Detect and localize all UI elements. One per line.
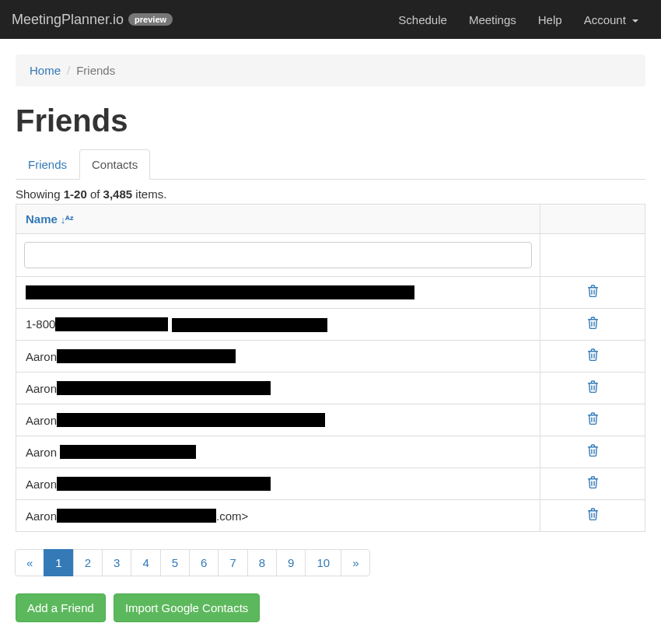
table-row: Aaron [16, 468, 645, 500]
page-title: Friends [16, 103, 645, 138]
delete-button[interactable] [587, 380, 599, 396]
pagination: «12345678910» [16, 549, 645, 576]
import-google-button[interactable]: Import Google Contacts [114, 593, 260, 622]
contact-name-cell: Aaron [16, 436, 540, 468]
nav-account[interactable]: Account [573, 2, 649, 38]
page-8[interactable]: 8 [247, 549, 277, 576]
trash-icon [587, 447, 599, 460]
page-prev[interactable]: « [15, 549, 44, 576]
page-7[interactable]: 7 [218, 549, 247, 576]
nav-meetings[interactable]: Meetings [458, 2, 527, 38]
breadcrumb-current: Friends [76, 64, 115, 77]
sort-asc-icon: ↓ᴬᶻ [61, 214, 75, 226]
name-filter-input[interactable] [24, 242, 532, 268]
contact-name-cell: 1-800 [16, 309, 540, 341]
page-1[interactable]: 1 [44, 549, 73, 576]
table-row: Aaron [16, 404, 645, 436]
tab-friends[interactable]: Friends [16, 149, 79, 180]
page-4[interactable]: 4 [131, 549, 160, 576]
actions-header [540, 205, 645, 234]
sort-name[interactable]: Name↓ᴬᶻ [26, 212, 74, 226]
contact-name-cell: Aaron.com> [16, 500, 540, 532]
navbar: MeetingPlanner.io preview Schedule Meeti… [0, 0, 661, 39]
tab-contacts[interactable]: Contacts [79, 149, 150, 180]
table-row: Aaron.com> [16, 500, 645, 532]
contact-name-cell [16, 277, 540, 309]
contact-name-cell: Aaron [16, 373, 540, 404]
table-row: Aaron [16, 373, 645, 404]
trash-icon [587, 511, 599, 523]
trash-icon [587, 352, 599, 364]
page-6[interactable]: 6 [189, 549, 219, 576]
table-row: Aaron [16, 341, 645, 373]
brand-link[interactable]: MeetingPlanner.io preview [12, 12, 173, 28]
grid-summary: Showing 1-20 of 3,485 items. [16, 187, 645, 201]
page-10[interactable]: 10 [305, 549, 341, 576]
tabs: Friends Contacts [16, 149, 645, 180]
trash-icon [587, 479, 599, 492]
contact-name-cell: Aaron [16, 404, 540, 436]
delete-button[interactable] [587, 508, 599, 523]
delete-button[interactable] [587, 476, 599, 492]
breadcrumb-home[interactable]: Home [30, 64, 61, 77]
brand-text: MeetingPlanner.io [12, 12, 124, 28]
delete-button[interactable] [587, 317, 599, 332]
chevron-down-icon [632, 19, 638, 23]
navbar-nav: Schedule Meetings Help Account [387, 2, 649, 38]
page-2[interactable]: 2 [73, 549, 103, 576]
table-row: 1-800 [16, 309, 645, 341]
contact-name-cell: Aaron [16, 468, 540, 500]
trash-icon [587, 415, 599, 428]
delete-button[interactable] [587, 444, 599, 460]
breadcrumb-separator: / [61, 64, 76, 77]
trash-icon [587, 383, 599, 396]
nav-help[interactable]: Help [527, 2, 573, 38]
table-row: Aaron [16, 436, 645, 468]
trash-icon [587, 288, 599, 300]
delete-button[interactable] [587, 348, 599, 364]
preview-badge: preview [128, 13, 173, 26]
table-row [16, 277, 645, 309]
page-5[interactable]: 5 [160, 549, 190, 576]
page-9[interactable]: 9 [276, 549, 306, 576]
breadcrumb: Home / Friends [16, 54, 645, 86]
trash-icon [587, 320, 599, 332]
page-next[interactable]: » [341, 549, 370, 576]
action-buttons: Add a Friend Import Google Contacts [16, 593, 645, 622]
add-friend-button[interactable]: Add a Friend [16, 593, 106, 622]
contacts-grid: Name↓ᴬᶻ 1-800 AaronAaronAaronAaron Aaron… [16, 204, 645, 532]
contact-name-cell: Aaron [16, 341, 540, 373]
delete-button[interactable] [587, 285, 599, 300]
page-3[interactable]: 3 [102, 549, 131, 576]
delete-button[interactable] [587, 412, 599, 428]
nav-schedule[interactable]: Schedule [387, 2, 458, 38]
